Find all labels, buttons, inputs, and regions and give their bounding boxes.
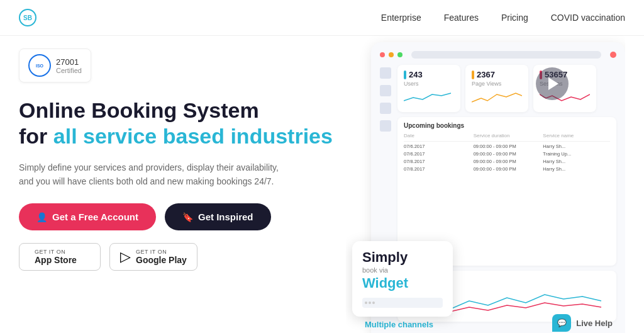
live-help-button[interactable]: 💬 Live Help [552,314,613,332]
stat-pageviews-number: 2367 [477,70,495,79]
hero-headline: Online Booking System for all service ba… [19,98,346,149]
bookings-header: Date Service duration Service name [404,133,610,138]
cta-row: 👤 Get a Free Account 🔖 Get Inspired [19,203,346,230]
cell-date-3: 07/8.2017 [404,159,471,164]
sidebar-icon-4 [380,120,391,132]
iso-info: 27001 Certified [56,57,82,74]
widget-simply: Simply [362,250,443,265]
main-content: ISO 27001 Certified Online Booking Syste… [0,36,644,333]
live-help-label: Live Help [576,319,613,328]
headline-line1: Online Booking System [19,98,259,122]
store-row: GET IT ON App Store ▷ GET IT ON Google P… [19,243,346,271]
appstore-small: GET IT ON [35,249,77,255]
stat-users-bar [404,71,406,79]
wb-dot-2 [369,302,371,304]
stat-pageviews-label: Page Views [472,81,522,87]
googleplay-small: GET IT ON [136,249,187,255]
play-triangle-icon [548,77,558,90]
sidebar-icon-1 [380,67,391,79]
stat-pageviews: 2367 Page Views [465,65,528,112]
googleplay-labels: GET IT ON Google Play [136,249,187,265]
hero-subtext: Simply define your services and provider… [19,161,296,189]
appstore-labels: GET IT ON App Store [35,249,77,265]
bookings-title: Upcoming bookings [404,122,610,129]
wb-dot-1 [365,302,367,304]
widget-card: Simply book via Widget [352,241,453,317]
google-play-icon: ▷ [120,249,131,265]
sidebar-icon-3 [380,103,391,114]
dot-red [380,52,385,57]
nav-covid[interactable]: COVID vaccination [551,13,625,23]
get-inspired-button[interactable]: 🔖 Get Inspired [165,203,271,230]
logo-icon: SB [19,9,36,26]
right-panel: 243 Users [346,36,625,333]
cell-date-4: 07/8.2017 [404,166,471,172]
table-row: 07/8.2017 09:00:00 - 09:00 PM Harry Sh..… [404,159,610,164]
play-button[interactable] [536,67,569,100]
cell-dur-1: 09:00:00 - 09:00 PM [474,144,541,149]
iso-badge: ISO 27001 Certified [19,48,91,82]
divider [404,141,610,142]
live-help-bubble: 💬 [552,314,571,332]
dash-avatar-dot [610,52,616,58]
stat-users-number: 243 [409,70,423,79]
chat-icon: 💬 [557,319,567,327]
logo: SB [19,9,36,26]
cell-name-3: Harry Sh... [543,159,610,164]
cell-dur-4: 09:00:00 - 09:00 PM [474,166,541,172]
stat-users-label: Users [404,81,454,87]
cell-dur-3: 09:00:00 - 09:00 PM [474,159,541,164]
appstore-big: App Store [35,255,77,265]
stat-users-chart [404,88,454,107]
dash-topbar [380,51,616,59]
nav-enterprise[interactable]: Enterprise [381,13,421,23]
free-account-button[interactable]: 👤 Get a Free Account [19,203,156,230]
left-panel: ISO 27001 Certified Online Booking Syste… [19,36,346,333]
stats-row: 243 Users [397,65,616,112]
nav-pricing[interactable]: Pricing [501,13,528,23]
widget-label: Widget [362,275,443,291]
iso-number: 27001 [56,57,82,67]
stat-users-label-row: 243 [404,70,454,79]
col-name: Service name [543,133,610,138]
iso-circle: ISO [28,54,51,77]
dot-green [397,52,402,57]
cell-date-2: 07/6.2017 [404,151,471,157]
get-inspired-label: Get Inspired [198,212,253,222]
googleplay-big: Google Play [136,255,187,265]
dash-searchbar [411,51,601,59]
bookmark-icon: 🔖 [182,212,193,222]
cell-dur-2: 09:00:00 - 09:00 PM [474,151,541,157]
table-row: 07/6.2017 09:00:00 - 09:00 PM Training U… [404,151,610,157]
cell-name-2: Training Up... [543,151,610,157]
dot-yellow [389,52,394,57]
table-row: 07/6.2017 09:00:00 - 09:00 PM Harry Sh..… [404,144,610,149]
stat-pageviews-bar [472,71,474,79]
stat-pageviews-chart [472,88,522,107]
wb-dot-3 [372,302,375,304]
headline-line2-colored: all service based industries [53,124,333,148]
widget-browser-bar [362,298,443,308]
stat-pageviews-label-row: 2367 [472,70,522,79]
cell-name-4: Harry Sh... [543,166,610,172]
col-duration: Service duration [474,133,541,138]
appstore-button[interactable]: GET IT ON App Store [19,243,101,271]
col-date: Date [404,133,471,138]
cell-date-1: 07/6.2017 [404,144,471,149]
sidebar-icon-2 [380,85,391,96]
pageviews-chart-svg [472,88,522,107]
cell-name-1: Harry Sh... [543,144,610,149]
navbar: SB Enterprise Features Pricing COVID vac… [0,0,644,36]
stat-users: 243 Users [397,65,460,112]
nav-features[interactable]: Features [444,13,479,23]
googleplay-button[interactable]: ▷ GET IT ON Google Play [109,243,197,271]
iso-certified: Certified [56,67,82,74]
widget-book-via: book via [362,266,443,274]
users-chart-svg [404,88,454,107]
user-icon: 👤 [36,212,47,222]
svg-text:SB: SB [23,14,32,21]
free-account-label: Get a Free Account [52,212,138,222]
multiple-channels-link[interactable]: Multiple channels [365,320,433,329]
table-row: 07/8.2017 09:00:00 - 09:00 PM Harry Sh..… [404,166,610,172]
headline-line2-plain: for [19,124,53,148]
